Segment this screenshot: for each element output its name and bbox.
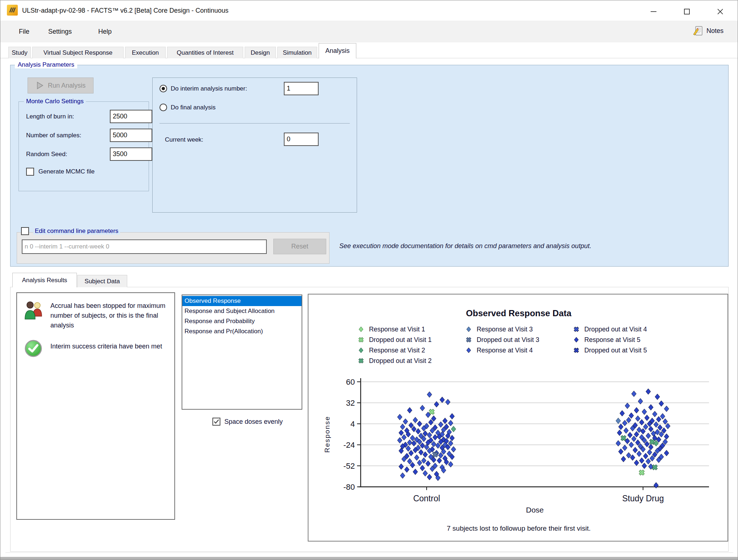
current-week-label: Current week: xyxy=(165,136,203,143)
marker-diamond xyxy=(420,405,425,411)
final-analysis-label: Do final analysis xyxy=(171,104,216,111)
marker-diamond xyxy=(621,456,626,462)
analysis-mode-panel: Do interim analysis number: 1 Do final a… xyxy=(152,78,357,213)
marker-diamond xyxy=(409,450,414,456)
marker-diamond xyxy=(634,431,639,437)
tab-quantities-of-interest[interactable]: Quantities of Interest xyxy=(167,47,243,58)
marker-diamond xyxy=(648,404,653,410)
mc-field-input[interactable]: 2500 xyxy=(110,110,152,123)
marker-diamond xyxy=(631,436,636,442)
marker-diamond xyxy=(655,394,660,400)
marker-diamond xyxy=(451,426,456,432)
marker-diamond xyxy=(643,424,648,430)
marker-diamond xyxy=(643,453,648,459)
reset-button[interactable]: Reset xyxy=(273,239,326,254)
notes-icon xyxy=(692,26,704,36)
marker-diamond xyxy=(399,430,403,436)
marker-diamond xyxy=(399,464,403,469)
marker-diamond xyxy=(664,434,669,439)
list-item[interactable]: Response and Pr(Allocation) xyxy=(182,326,302,337)
legend-label: Dropped out at Visit 4 xyxy=(584,326,647,333)
legend-label: Dropped out at Visit 5 xyxy=(584,347,647,354)
current-week-field[interactable]: 0 xyxy=(284,133,319,146)
mc-field-label: Length of burn in: xyxy=(26,113,102,120)
divider xyxy=(159,123,350,124)
marker-diamond xyxy=(467,327,470,332)
tab-execution[interactable]: Execution xyxy=(125,47,166,58)
menu-item-file[interactable]: File xyxy=(18,26,30,37)
maximize-button[interactable] xyxy=(676,6,698,17)
marker-diamond xyxy=(654,482,658,488)
tab-analysis[interactable]: Analysis xyxy=(319,43,356,58)
legend-label: Dropped out at Visit 3 xyxy=(477,336,539,343)
marker-diamond xyxy=(450,435,455,441)
marker-diamond xyxy=(658,425,662,430)
marker-diamond xyxy=(413,417,418,423)
marker-diamond xyxy=(427,392,432,397)
window-title: ULStr-adapt-pv-02-98 - FACTS™ v6.2 [Beta… xyxy=(22,7,228,14)
chart-footnote: 7 subjects lost to followup before their… xyxy=(447,525,590,532)
marker-diamond xyxy=(620,410,625,416)
list-item[interactable]: Response and Subject Allocation xyxy=(182,306,302,316)
marker-x xyxy=(358,358,365,364)
marker-diamond xyxy=(443,418,447,424)
edit-cmd-checkbox[interactable] xyxy=(21,227,29,235)
checkbox-checked-icon xyxy=(212,418,220,426)
marker-diamond xyxy=(639,419,644,425)
mc-field-row: Random Seed:3500 xyxy=(26,147,146,161)
main-tab-strip: StudyVirtual Subject ResponseExecutionQu… xyxy=(0,42,738,58)
marker-diamond xyxy=(635,416,640,422)
final-analysis-radio[interactable] xyxy=(159,104,167,111)
marker-diamond xyxy=(627,432,632,438)
generate-mcmc-label: Generate MCMC file xyxy=(38,168,95,175)
tab-design[interactable]: Design xyxy=(245,47,276,58)
close-button[interactable] xyxy=(709,6,731,17)
list-item[interactable]: Response and Probability xyxy=(182,316,302,326)
notes-label: Notes xyxy=(706,27,724,35)
marker-diamond xyxy=(423,431,428,436)
marker-diamond xyxy=(638,398,643,404)
tab-analysis-results[interactable]: Analysis Results xyxy=(12,273,77,287)
mc-field-input[interactable]: 5000 xyxy=(110,129,152,142)
tab-virtual-subject-response[interactable]: Virtual Subject Response xyxy=(32,47,124,58)
marker-diamond xyxy=(642,409,647,415)
marker-diamond xyxy=(640,429,645,434)
marker-diamond xyxy=(434,401,439,407)
space-doses-checkbox[interactable]: Space doses evenly xyxy=(212,418,283,426)
play-icon xyxy=(36,81,44,90)
maximize-icon xyxy=(683,8,691,15)
marker-diamond xyxy=(397,438,402,443)
marker-diamond xyxy=(664,450,669,456)
menu-bar: Notes FileSettingsHelp xyxy=(0,21,738,42)
minimize-button[interactable] xyxy=(643,6,664,17)
tab-subject-data[interactable]: Subject Data xyxy=(77,275,127,287)
menu-item-settings[interactable]: Settings xyxy=(47,26,72,37)
list-item[interactable]: Observed Response xyxy=(182,296,302,306)
marker-diamond xyxy=(448,461,453,467)
interim-analysis-radio[interactable] xyxy=(159,85,167,92)
marker-diamond xyxy=(625,403,630,409)
menu-item-help[interactable]: Help xyxy=(98,26,112,37)
cmd-note: See execution mode documentation for det… xyxy=(339,242,644,250)
notes-button[interactable]: Notes xyxy=(692,26,724,36)
marker-diamond xyxy=(639,458,644,464)
marker-diamond xyxy=(664,406,669,412)
cmd-line-field[interactable]: n 0 --interim 1 --current-week 0 xyxy=(22,239,267,254)
y-tick-label: 32 xyxy=(346,398,355,408)
mc-field-input[interactable]: 3500 xyxy=(110,147,152,161)
marker-diamond xyxy=(660,413,665,419)
success-icon xyxy=(24,339,42,359)
marker-diamond xyxy=(400,424,405,430)
marker-diamond xyxy=(417,460,422,466)
marker-diamond xyxy=(633,447,638,453)
marker-diamond xyxy=(624,428,629,434)
tab-simulation[interactable]: Simulation xyxy=(277,47,317,58)
legend-label: Response at Visit 1 xyxy=(369,326,425,333)
chart-title: Observed Response Data xyxy=(466,308,572,318)
run-analysis-button[interactable]: Run Analysis xyxy=(28,78,94,93)
interim-number-field[interactable]: 1 xyxy=(284,82,319,95)
tab-study[interactable]: Study xyxy=(8,47,31,58)
generate-mcmc-checkbox[interactable]: Generate MCMC file xyxy=(26,168,95,176)
marker-diamond xyxy=(646,389,651,394)
x-axis-title: Dose xyxy=(526,506,544,514)
